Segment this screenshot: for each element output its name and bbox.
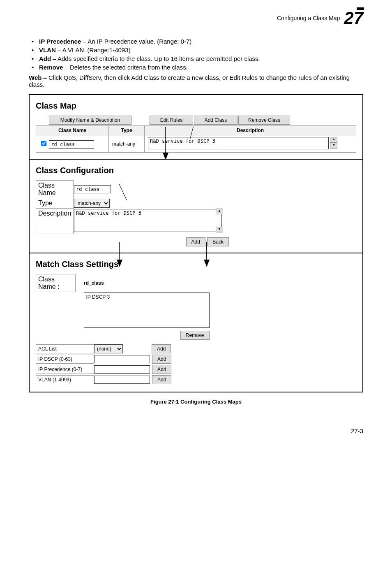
class-table: Class Name Type Description match-any R&… (36, 125, 356, 153)
type-label: Type (36, 198, 74, 209)
col-type: Type (109, 126, 145, 135)
type-select[interactable]: match-any (74, 199, 110, 208)
col-description: Description (145, 126, 356, 135)
ip-prec-input[interactable] (94, 365, 150, 374)
class-map-title: Class Map (36, 101, 356, 111)
table-row: match-any R&D service for DSCP 3 ▲ ▼ (36, 135, 356, 153)
acl-select[interactable]: (none) (94, 344, 123, 353)
row-type: match-any (109, 135, 145, 153)
description-textarea[interactable]: R&D service for DSCP 3 (148, 137, 329, 149)
remove-button[interactable]: Remove (180, 331, 210, 340)
web-instruction: Web – Click QoS, DiffServ, then click Ad… (29, 74, 363, 88)
back-button[interactable]: Back (207, 237, 229, 246)
chapter-number: 27 (344, 8, 363, 28)
add-class-button[interactable]: Add Class (194, 116, 238, 125)
ip-dscp-input[interactable] (94, 355, 150, 363)
vlan-label: VLAN (1-4093) (36, 375, 94, 384)
col-class-name: Class Name (36, 126, 109, 135)
acl-list-label: ACL List (36, 344, 94, 353)
scroll-up-icon[interactable]: ▲ (330, 137, 337, 143)
prec-add-button[interactable]: Add (152, 365, 171, 374)
match-title: Match Class Settings (36, 260, 356, 269)
ip-prec-label: IP Precedence (0-7) (36, 365, 94, 374)
list-item: Add – Adds specified criteria to the cla… (39, 55, 363, 62)
dscp-add-button[interactable]: Add (152, 355, 171, 364)
breadcrumb: Configuring a Class Map (277, 15, 340, 21)
vlan-add-button[interactable]: Add (152, 375, 171, 384)
scroll-down-icon[interactable]: ▼ (330, 143, 337, 149)
vlan-input[interactable] (94, 376, 150, 384)
class-config-title: Class Configuration (36, 166, 356, 175)
modify-button[interactable]: Modify Name & Description (49, 116, 131, 125)
class-name-label: Class Name (36, 181, 74, 198)
match-listbox[interactable]: IP DSCP 3 (84, 292, 210, 328)
description-label: Description (36, 209, 74, 234)
list-item: Remove – Deletes the selected criteria f… (39, 64, 363, 71)
class-name-label: Class Name : (36, 274, 76, 292)
add-button[interactable]: Add (186, 237, 205, 246)
page-number: 27-3 (0, 415, 392, 447)
scroll-down-icon[interactable]: ▼ (216, 227, 223, 232)
list-item: VLAN – A VLAN. (Range:1-4093) (39, 46, 363, 53)
remove-class-button[interactable]: Remove Class (238, 116, 290, 125)
acl-add-button[interactable]: Add (152, 344, 171, 353)
list-item[interactable]: IP DSCP 3 (85, 294, 208, 300)
figure-caption: Figure 27-1 Configuring Class Maps (29, 399, 363, 405)
row-checkbox[interactable] (41, 141, 46, 146)
scroll-up-icon[interactable]: ▲ (216, 209, 223, 214)
edit-rules-button[interactable]: Edit Rules (150, 116, 193, 125)
list-item: IP Precedence – An IP Precedence value. … (39, 38, 363, 45)
feature-list: IP Precedence – An IP Precedence value. … (29, 38, 363, 71)
class-name-value: rd_class (84, 280, 104, 286)
ip-dscp-label: IP DSCP (0-63) (36, 355, 94, 364)
class-name-input[interactable] (49, 140, 94, 149)
description-field[interactable]: R&D service for DSCP 3 (74, 209, 222, 232)
class-name-field[interactable] (74, 185, 111, 193)
